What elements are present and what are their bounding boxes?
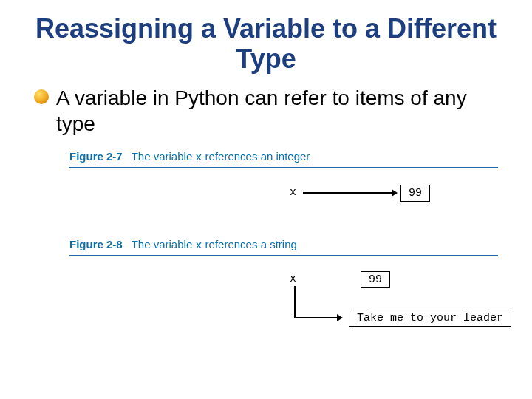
figure-rule (69, 255, 498, 256)
figure-2-8-diagram: x 99 Take me to your leader (69, 273, 498, 361)
slide-title: Reassigning a Variable to a Different Ty… (28, 13, 504, 75)
figure-2-7-diagram: x 99 (69, 185, 498, 228)
figure-2-7-header: Figure 2-7 The variable x references an … (69, 150, 498, 164)
bullet-text: A variable in Python can refer to items … (56, 85, 504, 137)
figure-caption-text: references an integer (202, 150, 310, 163)
variable-x: x (290, 273, 296, 285)
figure-caption: The variable x references an integer (132, 150, 310, 164)
figure-label: Figure 2-8 (69, 238, 123, 250)
figure-rule (69, 167, 498, 168)
figure-label: Figure 2-7 (69, 150, 123, 163)
figures-block: Figure 2-7 The variable x references an … (69, 150, 498, 361)
value-box-integer: 99 (400, 185, 430, 202)
value-box-old: 99 (361, 271, 390, 288)
figure-caption-text: The variable (132, 150, 196, 163)
variable-x: x (290, 186, 296, 199)
arrow-head (392, 189, 398, 197)
arrow-head (337, 314, 343, 321)
value-box-string: Take me to your leader (349, 310, 511, 327)
figure-2-8-header: Figure 2-8 The variable x references a s… (69, 238, 498, 252)
arrow-line (303, 192, 393, 194)
arrow-segment-horizontal (294, 317, 338, 318)
arrow-segment-vertical (294, 286, 296, 317)
bullet-icon (34, 89, 49, 104)
bullet-item: A variable in Python can refer to items … (34, 85, 504, 137)
figure-caption-text: references a string (202, 238, 296, 250)
figure-caption-text: The variable (132, 238, 196, 250)
slide-body: A variable in Python can refer to items … (28, 85, 504, 361)
figure-caption: The variable x references a string (132, 238, 297, 252)
